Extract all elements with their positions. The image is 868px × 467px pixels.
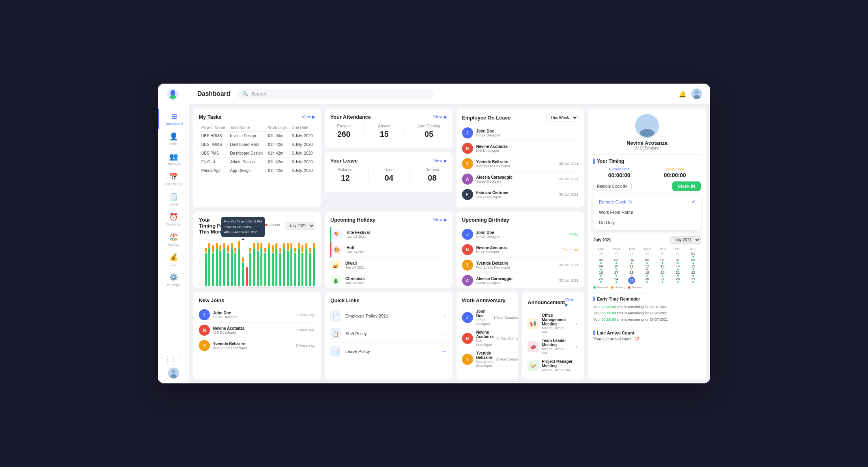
announce-view-link[interactable]: View ▶ (565, 297, 578, 307)
user-avatar[interactable] (691, 88, 702, 99)
cal-day[interactable]: 01 (686, 252, 701, 258)
search-box[interactable]: 🔍 (237, 89, 434, 99)
bar-group (223, 239, 226, 286)
cal-day[interactable]: 08 (686, 258, 701, 264)
sidebar-item-leave[interactable]: 🗒️ Leave (158, 189, 189, 209)
x-label: 1 (204, 287, 207, 288)
bar-stack (260, 243, 262, 286)
quick-link-icon: 📄 (330, 310, 341, 321)
cal-day[interactable]: 26 (593, 252, 608, 258)
bar-stack (212, 245, 214, 286)
sidebar-item-attendance[interactable]: 📅 Attendence (158, 169, 189, 189)
sidebar-item-profile[interactable]: 👤 Profile (158, 129, 189, 149)
green-bar (283, 248, 285, 286)
green-bar (268, 248, 270, 286)
cal-day[interactable]: 22 (686, 271, 701, 276)
cal-day[interactable]: 12 (640, 264, 655, 270)
sidebar-item-overtime[interactable]: ⏰ Overtime (158, 209, 189, 230)
cal-day[interactable]: 04 (624, 258, 639, 264)
quick-link-icon: 📑 (330, 346, 341, 357)
sidebar-label-dashboard: Dashboard (165, 122, 183, 126)
orange-bar (301, 245, 303, 252)
orange-bar (287, 243, 289, 250)
cal-day[interactable]: 30 (655, 252, 670, 258)
cal-day[interactable]: 09 (593, 264, 608, 270)
sidebar-item-loan[interactable]: 💰 Loan (158, 250, 189, 270)
sidebar-item-dashboard[interactable]: ⊞ Dashboard (158, 109, 189, 129)
orange-bar (227, 245, 229, 252)
cal-day[interactable]: 29 (640, 252, 655, 258)
orange-bar (305, 243, 307, 248)
holiday-view-link[interactable]: View ▶ (433, 217, 447, 222)
cal-day[interactable]: 07 (670, 258, 685, 264)
bar-stack (287, 243, 289, 286)
cal-day[interactable]: 27 (609, 252, 624, 258)
cal-day[interactable]: 28 (670, 277, 685, 284)
chart-container: 10 5 0 Find Out Time: 6:53:48 PMTotal Ho… (199, 239, 315, 288)
leave-view-link[interactable]: View ▶ (433, 158, 447, 163)
settings-icon: ⚙️ (169, 273, 178, 282)
cal-day[interactable]: 25 (624, 277, 639, 284)
chart-month-select[interactable]: July 2021 (285, 222, 315, 230)
x-label: 29 (309, 287, 312, 288)
cal-day[interactable]: 10 (609, 264, 624, 270)
cal-day[interactable]: 13 (655, 264, 670, 270)
cal-day[interactable]: 16 (593, 271, 608, 276)
search-input[interactable] (251, 91, 428, 97)
menu-on-duty[interactable]: On Duty (593, 217, 701, 228)
cal-day[interactable]: 27 (655, 277, 670, 284)
attendance-view-link[interactable]: View ▶ (433, 114, 447, 120)
clock-type-select[interactable]: Remote Clock IN Work From Home On Duty (593, 182, 632, 191)
absent-legend: Absent (628, 286, 642, 289)
cal-day[interactable]: 20 (655, 271, 670, 276)
quick-link-item[interactable]: 📑 Leave Policy → (330, 343, 447, 360)
cal-day[interactable]: 17 (609, 271, 624, 276)
x-label: 20 (275, 287, 278, 288)
used-value: 04 (384, 174, 393, 183)
loan-icon: 💰 (169, 253, 178, 262)
sidebar-item-employee[interactable]: 👥 Employee (158, 149, 189, 169)
orange-bar (216, 243, 218, 248)
sidebar-item-holiday[interactable]: 🏖️ Holiday (158, 230, 189, 250)
quick-link-item[interactable]: 📄 Employee Policy 2021 → (330, 307, 447, 325)
cal-day[interactable]: 24 (609, 277, 624, 284)
cal-day[interactable]: 15 (686, 264, 701, 270)
quick-link-item[interactable]: 📋 Shift Policy → (330, 325, 447, 343)
sidebar-item-settings[interactable]: ⚙️ Settings (158, 270, 189, 290)
bar-group (264, 239, 267, 286)
menu-remote-clock-in[interactable]: Remote Clock IN ✔ (593, 196, 701, 207)
cal-day[interactable]: 31 (670, 252, 685, 258)
announce-title: Announcement (528, 299, 565, 305)
cal-day[interactable]: 03 (609, 258, 624, 264)
cal-day[interactable]: 23 (593, 277, 608, 284)
holiday-icon: 🏖️ (169, 233, 178, 241)
holiday-title: Upcoming Holiday (330, 217, 375, 223)
holiday-icon: 🎄 (330, 275, 341, 286)
cal-day[interactable]: 11 (624, 264, 639, 270)
bar-stack (219, 245, 221, 286)
col-project: Project Name (199, 124, 228, 132)
cal-day[interactable]: 02 (593, 258, 608, 264)
user-avatar-small[interactable] (168, 368, 179, 379)
cal-day[interactable]: 28 (624, 252, 639, 258)
arrow-icon: → (441, 348, 447, 355)
notification-icon[interactable]: 🔔 (679, 90, 687, 98)
menu-work-from-home[interactable]: Work From Home (593, 207, 701, 217)
cal-day[interactable]: 29 (686, 277, 701, 284)
green-bar (223, 248, 225, 286)
cal-day[interactable]: 18 (624, 271, 639, 276)
cal-day[interactable]: 26 (640, 277, 655, 284)
cal-day[interactable]: 19 (640, 271, 655, 276)
person-info: Nevine Acotanza iOS Developer (476, 246, 560, 254)
cal-day[interactable]: 06 (655, 258, 670, 264)
this-week-select[interactable]: This Week (546, 114, 578, 121)
clock-in-button[interactable]: Clock IN (672, 181, 701, 191)
work-ann-row: Y Yvenide Belizaire Wordpress Developer … (462, 349, 513, 370)
cal-day[interactable]: 14 (670, 264, 685, 270)
cal-day[interactable]: 21 (670, 271, 685, 276)
cal-month-select[interactable]: July 2021 (670, 236, 701, 244)
quick-link-label: Leave Policy (345, 349, 437, 354)
sidebar-label-overtime: Overtime (166, 222, 181, 226)
tasks-view-link[interactable]: View ▶ (302, 114, 316, 120)
cal-day[interactable]: 05 (640, 258, 655, 264)
